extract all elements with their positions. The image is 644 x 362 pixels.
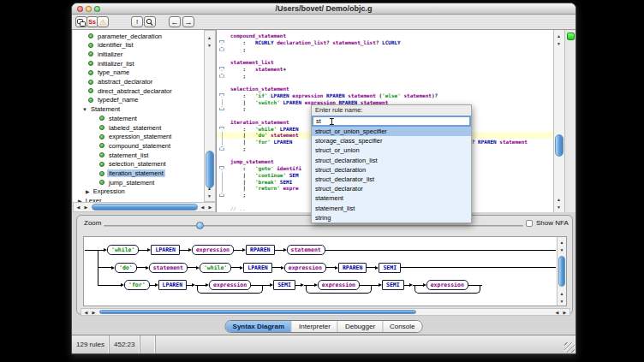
rule-suggestion-item[interactable]: struct_declaration — [312, 165, 471, 175]
sidebar-item-compound_statement[interactable]: compound_statement — [99, 141, 172, 150]
scroll-down-icon[interactable]: ▼ — [558, 298, 566, 305]
rule-name-input[interactable]: st — [312, 116, 471, 127]
scroll-right-icon[interactable]: ▶ — [206, 204, 214, 211]
editor-vertical-scrollbar[interactable]: ▲ ▼ ▲ ▼ — [553, 30, 564, 212]
scroll-up-icon[interactable]: ▲ — [206, 185, 213, 192]
scroll-left-icon[interactable]: ◀ — [553, 309, 561, 316]
fold-start-icon[interactable] — [219, 166, 224, 170]
scroll-up-icon[interactable]: ▲ — [558, 239, 566, 246]
disclosure-open-icon[interactable]: ▼ — [82, 107, 87, 112]
rule-suggestion-item[interactable]: struct_declaration_list — [312, 156, 471, 165]
diagram-horizontal-scrollbar[interactable]: ◀ ▶ ◀ ▶ — [80, 308, 570, 316]
fold-end-icon[interactable] — [219, 74, 224, 78]
resize-grip-icon[interactable] — [564, 342, 575, 353]
tab-debugger[interactable]: Debugger — [338, 321, 383, 332]
sidebar-vertical-scrollbar[interactable]: ▲ ▼ ▲ ▼ — [204, 30, 216, 202]
rule-suggestion-item[interactable]: struct_or_union_specifier — [312, 127, 471, 136]
sidebar-item-parameter_declaration[interactable]: parameter_declaration — [88, 32, 164, 40]
sidebar-item-type_name[interactable]: type_name — [88, 68, 131, 77]
warnings-button[interactable]: ⚠ — [97, 16, 109, 27]
scroll-down-icon[interactable]: ▼ — [206, 193, 213, 199]
diagram-vertical-scrollbar[interactable]: ▲ ▼ ▲ ▼ — [557, 237, 566, 306]
scroll-down-icon[interactable]: ▼ — [558, 246, 566, 253]
sidebar-item-iteration_statement[interactable]: iteration_statement — [99, 169, 165, 178]
tab-interpreter[interactable]: Interpreter — [292, 321, 338, 332]
fold-end-icon[interactable] — [219, 193, 224, 197]
diagram-node-RPAREN[interactable]: RPAREN — [246, 245, 274, 255]
sidebar-item-jump_statement[interactable]: jump_statement — [99, 178, 156, 187]
sidebar-item-statement_list[interactable]: statement_list — [99, 151, 150, 159]
scroll-down-icon[interactable]: ▼ — [555, 40, 563, 47]
tab-console[interactable]: Console — [383, 321, 421, 332]
find-button[interactable] — [144, 16, 156, 27]
scroll-down-icon[interactable]: ▼ — [555, 204, 563, 211]
fold-start-icon[interactable] — [219, 93, 224, 98]
scroll-up-icon[interactable]: ▲ — [555, 33, 563, 39]
sidebar-item-identifier_list[interactable]: identifier_list — [88, 41, 135, 50]
tab-syntax-diagram[interactable]: Syntax Diagram — [226, 321, 292, 332]
sidebar-item-statement[interactable]: statement — [99, 114, 139, 122]
zoom-slider-thumb[interactable] — [196, 222, 204, 229]
scroll-up-icon[interactable]: ▲ — [206, 34, 213, 41]
rule-suggestion-item[interactable]: statement_list — [312, 204, 471, 213]
sidebar-horizontal-scrollbar[interactable]: ◀ ▶ ◀ ▶ — [73, 202, 216, 212]
scroll-left-icon[interactable]: ◀ — [75, 204, 82, 211]
rule-suggestion-item[interactable]: struct_declarator_list — [312, 175, 471, 184]
diagram-node-expression[interactable]: expression — [192, 245, 234, 255]
forward-button[interactable]: → — [182, 16, 194, 27]
diagram-node-SEMI[interactable]: SEMI — [273, 280, 295, 290]
scroll-right-icon[interactable]: ▶ — [561, 309, 569, 316]
diagram-node-do[interactable]: 'do' — [115, 263, 137, 273]
sidebar-item-labeled_statement[interactable]: labeled_statement — [99, 123, 163, 132]
ideas-button[interactable]: ! — [131, 16, 143, 27]
sidebar-vscroll-thumb[interactable] — [206, 151, 214, 188]
sidebar-hscroll-thumb[interactable] — [92, 204, 198, 211]
diagram-node-statement[interactable]: statement — [149, 263, 188, 273]
diagram-node-LPAREN[interactable]: LPAREN — [243, 263, 271, 273]
zoom-slider[interactable] — [104, 225, 523, 227]
disclosure-closed-icon[interactable]: ▶ — [86, 188, 90, 194]
scroll-left-icon[interactable]: ◀ — [199, 204, 206, 211]
show-nfa-checkbox[interactable] — [526, 220, 533, 227]
editor-vscroll-thumb[interactable] — [555, 134, 564, 157]
sidebar-item-selection_statement[interactable]: selection_statement — [99, 160, 168, 169]
rule-suggestion-item[interactable]: struct_or_union — [312, 145, 471, 155]
sidebar-item-direct_abstract_declarator[interactable]: direct_abstract_declarator — [88, 86, 174, 95]
rule-tree[interactable]: parameter_declarationidentifier_listinit… — [73, 30, 204, 202]
scroll-up-icon[interactable]: ▲ — [558, 290, 566, 297]
rule-suggestion-item[interactable]: string — [312, 213, 471, 223]
sidebar-item-initializer_list[interactable]: initializer_list — [88, 59, 136, 68]
diagram-node-expression[interactable]: expression — [284, 263, 326, 273]
diagram-node-while[interactable]: 'while' — [200, 263, 231, 273]
rule-suggestion-item[interactable]: statement — [312, 193, 471, 203]
sidebar-item-Expression[interactable]: ▶Expression — [86, 187, 127, 196]
fold-end-icon[interactable] — [219, 47, 224, 51]
rule-suggestion-list[interactable]: struct_or_union_specifierstorage_class_s… — [312, 127, 471, 223]
diagram-hscroll-thumb[interactable] — [99, 310, 416, 314]
scroll-down-icon[interactable]: ▼ — [206, 42, 213, 49]
sidebar-item-expression_statement[interactable]: expression_statement — [99, 133, 173, 141]
fold-start-icon[interactable] — [219, 40, 224, 45]
fold-start-icon[interactable] — [219, 67, 224, 71]
diagram-node-RPAREN[interactable]: RPAREN — [338, 263, 367, 273]
sidebar-item-initializer[interactable]: initializer — [88, 50, 124, 58]
back-button[interactable]: ← — [169, 16, 181, 27]
scroll-right-icon[interactable]: ▶ — [82, 204, 90, 211]
fold-start-icon[interactable] — [219, 127, 224, 131]
rule-suggestion-item[interactable]: struct_declarator — [312, 184, 471, 193]
rule-suggestion-item[interactable]: storage_class_specifier — [312, 136, 471, 145]
diagram-node-SEMI[interactable]: SEMI — [379, 263, 401, 273]
diagram-node-SEMI[interactable]: SEMI — [382, 280, 404, 290]
scroll-right-icon[interactable]: ▶ — [90, 309, 98, 316]
scroll-left-icon[interactable]: ◀ — [82, 309, 90, 316]
diagram-node-LPAREN[interactable]: LPAREN — [158, 280, 187, 290]
diagram-node-for[interactable]: 'for' — [124, 280, 150, 290]
diagram-node-LPAREN[interactable]: LPAREN — [151, 245, 179, 255]
fold-end-icon[interactable] — [219, 106, 224, 110]
console-button[interactable] — [75, 16, 87, 27]
diagram-vscroll-thumb[interactable] — [558, 256, 565, 287]
title-bar[interactable]: /Users/bovet/ Demo/objc.g — [72, 3, 575, 15]
sidebar-item-typedef_name[interactable]: typedef_name — [88, 96, 140, 104]
diagram-node-while[interactable]: 'while' — [107, 245, 139, 255]
scroll-up-icon[interactable]: ▲ — [555, 196, 563, 203]
